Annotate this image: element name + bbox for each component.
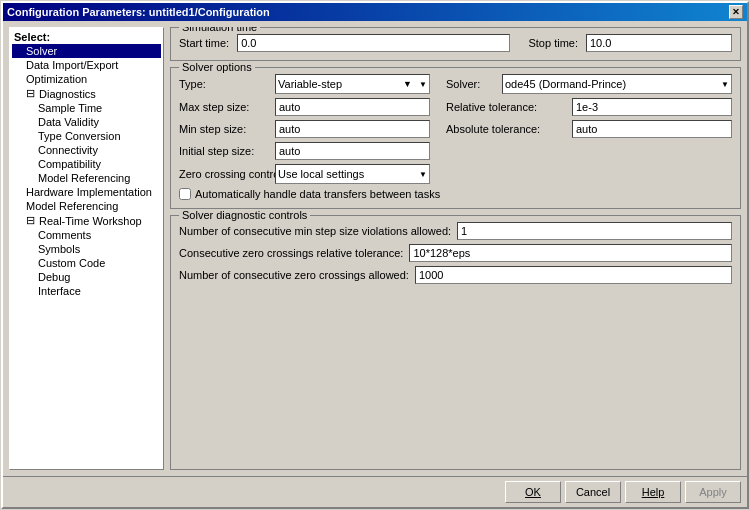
tree-panel: Select: Solver Data Import/Export Optimi… [9,27,164,470]
sidebar-item-custom-code[interactable]: Custom Code [12,256,161,270]
max-step-input[interactable] [275,98,430,116]
sidebar-item-compatibility[interactable]: Compatibility [12,157,161,171]
sidebar-item-diagnostics[interactable]: ⊟Diagnostics [12,86,161,101]
solver-diagnostics-group: Solver diagnostic controls Number of con… [170,215,741,470]
sidebar-item-model-referencing[interactable]: Model Referencing [12,171,161,185]
min-step-label: Min step size: [179,123,269,135]
window-title: Configuration Parameters: untitled1/Conf… [7,6,270,18]
sidebar-item-symbols[interactable]: Symbols [12,242,161,256]
sidebar-item-type-conversion[interactable]: Type Conversion [12,129,161,143]
consec-min-label: Number of consecutive min step size viol… [179,225,451,237]
sidebar-item-hardware-implementation[interactable]: Hardware Implementation [12,185,161,199]
ok-button[interactable]: OK [505,481,561,503]
sidebar-item-real-time-workshop[interactable]: ⊟Real-Time Workshop [12,213,161,228]
stop-time-label: Stop time: [528,37,578,49]
solver-select[interactable]: ode45 (Dormand-Prince)ode23ode113ode15so… [502,74,732,94]
max-step-label: Max step size: [179,101,269,113]
simulation-time-title: Simulation time [179,27,260,33]
zero-cross-tol-input[interactable] [409,244,732,262]
solver-diagnostics-title: Solver diagnostic controls [179,209,310,221]
sidebar-item-interface[interactable]: Interface [12,284,161,298]
sidebar-item-comments[interactable]: Comments [12,228,161,242]
sidebar-item-data-validity[interactable]: Data Validity [12,115,161,129]
zero-crossing-label: Zero crossing control: [179,168,269,180]
rel-tol-input[interactable] [572,98,732,116]
init-step-label: Initial step size: [179,145,269,157]
zero-crossing-select-wrapper: Use local settingsEnable allDisable all [275,164,430,184]
consec-zero-label: Number of consecutive zero crossings all… [179,269,409,281]
cancel-button[interactable]: Cancel [565,481,621,503]
close-button[interactable]: ✕ [729,5,743,19]
start-time-label: Start time: [179,37,229,49]
sidebar-item-model-referencing2[interactable]: Model Referencing [12,199,161,213]
auto-handle-label: Automatically handle data transfers betw… [195,188,440,200]
bottom-bar: OK Cancel Help Apply [3,476,747,507]
sidebar-item-connectivity[interactable]: Connectivity [12,143,161,157]
abs-tol-input[interactable] [572,120,732,138]
solver-select-wrapper: ode45 (Dormand-Prince)ode23ode113ode15so… [502,74,732,94]
right-panel: Simulation time Start time: Stop time: S… [170,27,741,470]
main-content: Select: Solver Data Import/Export Optimi… [3,21,747,476]
zero-crossing-select[interactable]: Use local settingsEnable allDisable all [275,164,430,184]
title-bar: Configuration Parameters: untitled1/Conf… [3,3,747,21]
type-label: Type: [179,78,269,90]
main-window: Configuration Parameters: untitled1/Conf… [1,1,749,509]
rel-tol-label: Relative tolerance: [446,101,566,113]
abs-tol-label: Absolute tolerance: [446,123,566,135]
consec-zero-input[interactable] [415,266,732,284]
sidebar-item-optimization[interactable]: Optimization [12,72,161,86]
type-select-wrapper: Variable-stepFixed-step ▼ [275,74,430,94]
zero-cross-tol-label: Consecutive zero crossings relative tole… [179,247,403,259]
start-time-input[interactable] [237,34,510,52]
type-select[interactable]: Variable-stepFixed-step [275,74,430,94]
solver-label: Solver: [446,78,496,90]
simulation-time-group: Simulation time Start time: Stop time: [170,27,741,61]
help-button[interactable]: Help [625,481,681,503]
init-step-input[interactable] [275,142,430,160]
sim-time-row: Start time: Stop time: [179,34,732,52]
stop-time-input[interactable] [586,34,732,52]
consec-min-input[interactable] [457,222,732,240]
apply-button[interactable]: Apply [685,481,741,503]
solver-options-group: Solver options Type: Variable-stepFixed-… [170,67,741,209]
auto-handle-checkbox[interactable] [179,188,191,200]
sidebar-item-debug[interactable]: Debug [12,270,161,284]
min-step-input[interactable] [275,120,430,138]
tree-label: Select: [12,30,161,44]
sidebar-item-data-import-export[interactable]: Data Import/Export [12,58,161,72]
solver-options-title: Solver options [179,61,255,73]
auto-handle-row: Automatically handle data transfers betw… [179,188,732,200]
sidebar-item-sample-time[interactable]: Sample Time [12,101,161,115]
sidebar-item-solver[interactable]: Solver [12,44,161,58]
